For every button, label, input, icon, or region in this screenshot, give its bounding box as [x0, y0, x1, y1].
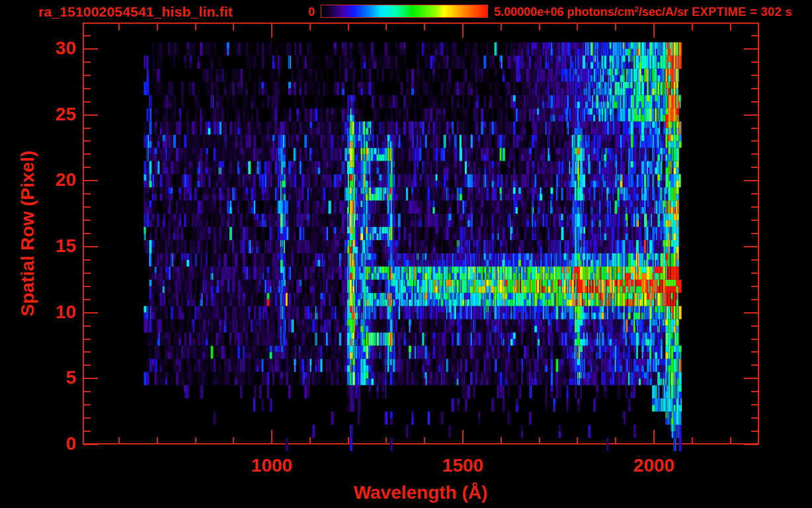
colorbar-gradient [321, 5, 488, 18]
x-tick-label: 2000 [614, 455, 694, 476]
y-tick-label: 30 [23, 38, 76, 59]
exptime-label: EXPTIME = 302 s [692, 5, 792, 19]
y-tick-label: 0 [23, 433, 76, 454]
y-tick-label: 15 [23, 235, 76, 257]
colorbar-units-suffix: /sec/A/sr [639, 5, 688, 19]
x-axis-title: Wavelength (Å) [321, 482, 520, 503]
y-tick-label: 20 [23, 169, 76, 190]
x-tick-label: 1000 [232, 455, 311, 476]
spectrogram-viewer-window: ra_151002054541_hisb_lin.fit 0 5.00000e+… [0, 0, 812, 508]
y-tick-label: 10 [23, 302, 76, 323]
colorbar-max-value: 5.00000e+06 photons/cm [494, 5, 635, 19]
file-title: ra_151002054541_hisb_lin.fit [38, 4, 233, 20]
y-tick-label: 25 [23, 104, 76, 125]
spectrogram-heatmap [83, 22, 759, 452]
y-tick-label: 5 [23, 367, 76, 388]
x-tick-label: 1500 [423, 455, 503, 476]
colorbar-min-label: 0 [284, 5, 315, 19]
colorbar-max-label: 5.00000e+06 photons/cm2/sec/A/sr [494, 5, 688, 19]
